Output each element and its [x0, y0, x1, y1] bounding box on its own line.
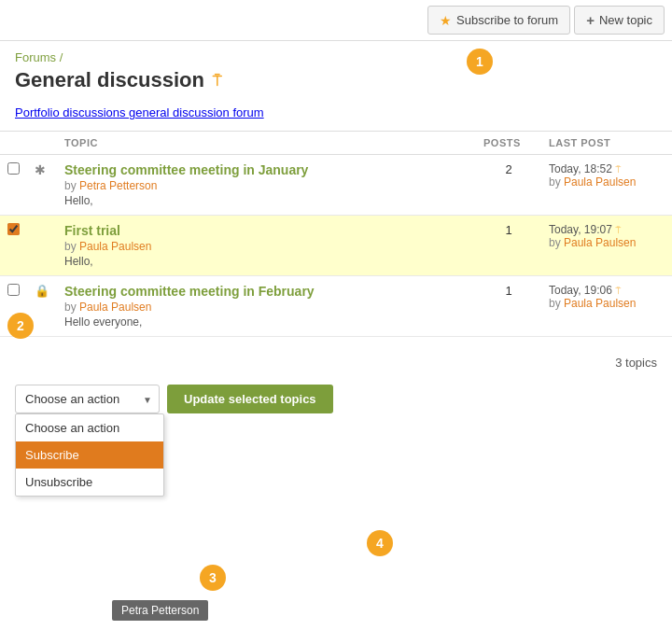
topic-author-link[interactable]: Paula Paulsen	[79, 240, 151, 253]
lastpost-by: by Paula Paulsen	[549, 236, 665, 249]
checkbox-cell	[0, 155, 27, 216]
new-topic-label: New topic	[599, 13, 652, 27]
lastpost-time: Today, 19:06 ⍑	[549, 284, 665, 297]
lastpost-rss-icon: ⍑	[615, 285, 622, 296]
topic-posts: 1	[476, 276, 541, 337]
lastpost-time: Today, 18:52 ⍑	[549, 162, 665, 175]
topic-preview: Hello everyone,	[64, 315, 469, 329]
badge-3: 3	[200, 565, 226, 591]
topic-lastpost: Today, 19:06 ⍑ by Paula Paulsen	[541, 276, 672, 337]
lastpost-time: Today, 19:07 ⍑	[549, 223, 665, 236]
topics-count: 3 topics	[615, 356, 657, 370]
topic-checkbox[interactable]	[7, 223, 20, 235]
lastpost-author-link[interactable]: Paula Paulsen	[564, 175, 636, 189]
topic-posts: 1	[476, 216, 541, 276]
page-title: General discussion ⍑	[15, 68, 657, 92]
action-dropdown-menu: Choose an actionSubscribeUnsubscribe	[15, 413, 164, 497]
topic-author-link[interactable]: Petra Petterson	[79, 179, 157, 192]
page-subtitle: Portfolio discussions general discussion…	[0, 98, 672, 131]
action-select-wrapper: Choose an actionSubscribeUnsubscribe ▼	[15, 385, 160, 413]
table-row: First trial by Paula Paulsen Hello, 1 To…	[0, 216, 672, 276]
topic-posts: 2	[476, 155, 541, 216]
badge-1: 1	[467, 49, 493, 75]
topic-title-link[interactable]: First trial	[64, 223, 120, 238]
star-icon: ★	[440, 13, 452, 28]
lastpost-author-link[interactable]: Paula Paulsen	[564, 297, 636, 310]
breadcrumb-separator: /	[60, 50, 63, 64]
badge-4: 4	[367, 530, 393, 556]
breadcrumb-forums-link[interactable]: Forums	[15, 50, 56, 64]
topic-checkbox[interactable]	[7, 162, 20, 175]
page-title-text: General discussion	[15, 68, 204, 92]
topic-checkbox[interactable]	[7, 284, 20, 296]
topic-author: by Paula Paulsen	[64, 240, 469, 253]
badge-2: 2	[7, 313, 34, 339]
dropdown-menu-item[interactable]: Unsubscribe	[16, 469, 163, 496]
th-posts: POSTS	[476, 132, 541, 155]
topic-content-cell: Steering committee meeting in January by…	[57, 155, 476, 216]
lastpost-rss-icon: ⍑	[615, 224, 622, 235]
lock-icon: 🔒	[35, 284, 49, 298]
petra-tooltip: Petra Petterson	[112, 600, 208, 621]
checkbox-cell	[0, 216, 27, 276]
topic-author-link[interactable]: Paula Paulsen	[79, 301, 151, 314]
action-dropdown-container: Choose an actionSubscribeUnsubscribe ▼ C…	[15, 385, 160, 413]
topic-author: by Paula Paulsen	[64, 301, 469, 314]
page-header: Forums / General discussion ⍑	[0, 41, 672, 98]
topic-preview: Hello,	[64, 255, 469, 268]
breadcrumb: Forums /	[15, 50, 657, 64]
th-checkbox	[0, 132, 27, 155]
action-row: Choose an actionSubscribeUnsubscribe ▼ C…	[0, 379, 672, 419]
topic-content-cell: Steering committee meeting in February b…	[57, 276, 476, 337]
new-topic-button[interactable]: + New topic	[574, 6, 665, 35]
table-row: ✱ Steering committee meeting in January …	[0, 155, 672, 216]
th-topic: TOPIC	[57, 132, 476, 155]
action-select[interactable]: Choose an actionSubscribeUnsubscribe	[15, 385, 160, 413]
lastpost-rss-icon: ⍑	[615, 163, 622, 175]
th-lastpost: LAST POST	[541, 132, 672, 155]
topic-title-link[interactable]: Steering committee meeting in February	[64, 284, 315, 299]
topic-lastpost: Today, 18:52 ⍑ by Paula Paulsen	[541, 155, 672, 216]
topic-title-link[interactable]: Steering committee meeting in January	[64, 162, 308, 177]
topics-table: TOPIC POSTS LAST POST ✱ Steering committ…	[0, 131, 672, 337]
topic-author: by Petra Petterson	[64, 179, 469, 192]
th-icon	[27, 132, 57, 155]
topic-preview: Hello,	[64, 194, 469, 207]
subscribe-forum-button[interactable]: ★ Subscribe to forum	[427, 6, 570, 35]
lastpost-author-link[interactable]: Paula Paulsen	[564, 236, 636, 249]
plus-icon: +	[586, 12, 595, 28]
topic-icon-cell: ✱	[27, 155, 57, 216]
table-row: 🔒 Steering committee meeting in February…	[0, 276, 672, 337]
top-bar: ★ Subscribe to forum + New topic	[0, 0, 672, 41]
dropdown-menu-item[interactable]: Subscribe	[16, 441, 163, 469]
subscribe-forum-label: Subscribe to forum	[456, 13, 558, 27]
dropdown-menu-item[interactable]: Choose an action	[16, 414, 163, 441]
rss-icon: ⍑	[212, 71, 222, 91]
pin-icon: ✱	[35, 162, 46, 177]
topic-content-cell: First trial by Paula Paulsen Hello,	[57, 216, 476, 276]
topic-lastpost: Today, 19:07 ⍑ by Paula Paulsen	[541, 216, 672, 276]
subtitle-link[interactable]: Portfolio discussions general discussion…	[15, 105, 264, 119]
topic-icon-cell	[27, 216, 57, 276]
update-selected-topics-button[interactable]: Update selected topics	[167, 385, 333, 413]
lastpost-by: by Paula Paulsen	[549, 175, 665, 189]
lastpost-by: by Paula Paulsen	[549, 297, 665, 310]
bottom-bar: 3 topics	[0, 346, 672, 379]
